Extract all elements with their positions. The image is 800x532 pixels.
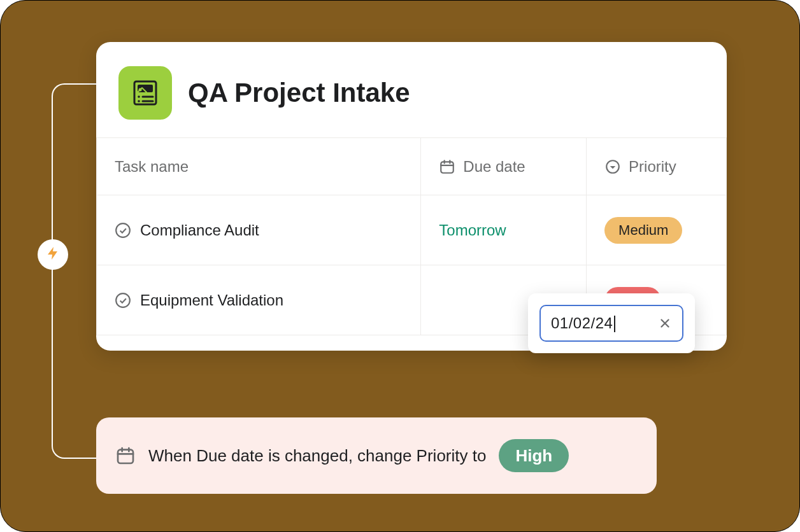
column-header-due-label: Due date	[463, 158, 525, 176]
table-row[interactable]: Compliance Audit Tomorrow Medium	[97, 195, 727, 265]
project-card: QA Project Intake Task name	[96, 42, 727, 351]
rule-text: When Due date is changed, change Priorit…	[148, 446, 486, 466]
due-date-value: Tomorrow	[439, 221, 506, 239]
column-header-priority-label: Priority	[629, 158, 676, 176]
text-cursor	[614, 316, 615, 332]
automation-connector-line	[52, 83, 103, 459]
dropdown-circle-icon	[604, 158, 621, 175]
priority-pill-medium: Medium	[604, 217, 682, 244]
check-circle-icon[interactable]	[115, 222, 131, 239]
column-header-due[interactable]: Due date	[421, 138, 587, 195]
project-icon	[118, 66, 172, 120]
column-header-task[interactable]: Task name	[97, 138, 421, 195]
svg-rect-7	[441, 162, 454, 172]
rule-priority-pill: High	[499, 439, 569, 472]
stage: QA Project Intake Task name	[0, 0, 800, 532]
svg-point-5	[138, 100, 140, 102]
automation-badge	[38, 239, 68, 270]
calendar-icon	[115, 445, 136, 466]
project-title: QA Project Intake	[188, 78, 410, 108]
automation-rule-card[interactable]: When Due date is changed, change Priorit…	[96, 417, 657, 494]
date-input-value: 01/02/24	[551, 314, 615, 333]
calendar-icon	[439, 158, 455, 175]
column-header-priority[interactable]: Priority	[587, 138, 727, 195]
svg-point-12	[116, 223, 130, 237]
card-header: QA Project Intake	[96, 42, 727, 137]
task-name: Equipment Validation	[140, 291, 283, 309]
lightning-icon	[45, 246, 61, 263]
clear-date-button[interactable]	[658, 316, 672, 330]
svg-rect-16	[118, 450, 133, 463]
date-value-text: 01/02/24	[551, 314, 613, 332]
date-popover: 01/02/24	[528, 293, 695, 353]
date-input[interactable]: 01/02/24	[539, 305, 683, 342]
priority-cell[interactable]: Medium	[587, 195, 727, 265]
column-header-task-label: Task name	[115, 158, 189, 176]
task-name: Compliance Audit	[140, 221, 259, 239]
svg-point-13	[116, 293, 130, 307]
due-date-cell[interactable]: Tomorrow	[421, 195, 587, 265]
svg-point-3	[138, 95, 140, 98]
check-circle-icon[interactable]	[115, 292, 131, 309]
